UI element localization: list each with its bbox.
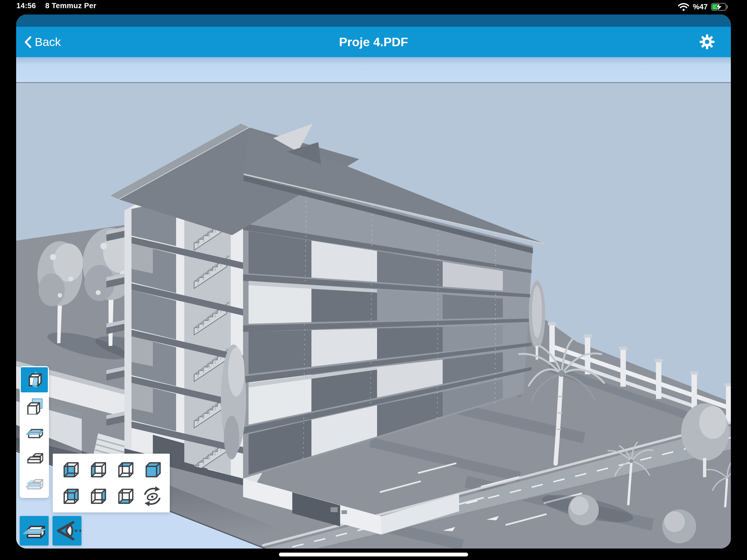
cube-top-face-icon [114, 459, 135, 480]
model-viewport[interactable] [16, 82, 731, 549]
stepped-block-planes-icon [26, 475, 43, 492]
face-section-popup [53, 454, 170, 512]
slab-section-button[interactable] [20, 516, 49, 545]
eye-section-icon [53, 520, 81, 542]
tool-section-top-face[interactable] [111, 456, 138, 483]
solid-cube-icon [142, 459, 163, 480]
back-chevron-icon [24, 36, 32, 48]
cube-bottom-face-icon [114, 486, 135, 507]
battery-charging-icon [711, 2, 729, 11]
tool-stepped-section[interactable] [21, 445, 48, 470]
tool-section-back-face[interactable] [57, 483, 84, 509]
tool-section-front-face[interactable] [57, 456, 84, 483]
slab-horizontal-plane-icon [26, 423, 43, 440]
section-toolbar [20, 366, 49, 498]
tool-section-right-face[interactable] [84, 483, 111, 509]
back-button[interactable]: Back [24, 27, 61, 57]
settings-button[interactable] [699, 34, 715, 50]
cube-vertical-plane-icon [26, 371, 43, 388]
cube-right-face-icon [87, 486, 108, 507]
cube-front-face-icon [60, 459, 81, 480]
tool-section-left-face[interactable] [84, 456, 111, 483]
orbit-eye-icon [142, 486, 163, 507]
status-time: 14:56 [17, 2, 36, 10]
battery-percent: %47 [693, 3, 707, 11]
tool-stepped-section-planes[interactable] [21, 471, 48, 496]
settings-gear-icon [699, 34, 715, 50]
page-title: Proje 4.PDF [16, 27, 731, 57]
status-bar: 14:56 8 Temmuz Per %47 [0, 0, 747, 15]
cube-face-plane-icon [26, 397, 43, 414]
wifi-icon [677, 2, 690, 11]
tool-full-model-view[interactable] [138, 456, 166, 483]
nav-bar: Proje 4.PDF Back [16, 27, 731, 57]
app-header-strip [16, 15, 731, 27]
section-visibility-button[interactable] [52, 516, 81, 545]
tool-orbit-view[interactable] [138, 483, 166, 509]
app-window: Proje 4.PDF Back [16, 15, 731, 549]
tool-section-bottom-face[interactable] [111, 483, 138, 509]
toolbar-sub-band [16, 57, 731, 82]
home-indicator[interactable] [279, 553, 468, 556]
back-label: Back [35, 35, 61, 49]
tool-vertical-section[interactable] [21, 367, 48, 392]
tool-horizontal-section[interactable] [21, 419, 48, 444]
cube-back-face-icon [60, 486, 81, 507]
slab-cut-plane-icon [23, 519, 46, 542]
stepped-block-icon [26, 449, 43, 466]
tool-face-plane-section[interactable] [21, 393, 48, 418]
status-date: 8 Temmuz Per [45, 2, 97, 10]
cube-left-face-icon [87, 459, 108, 480]
